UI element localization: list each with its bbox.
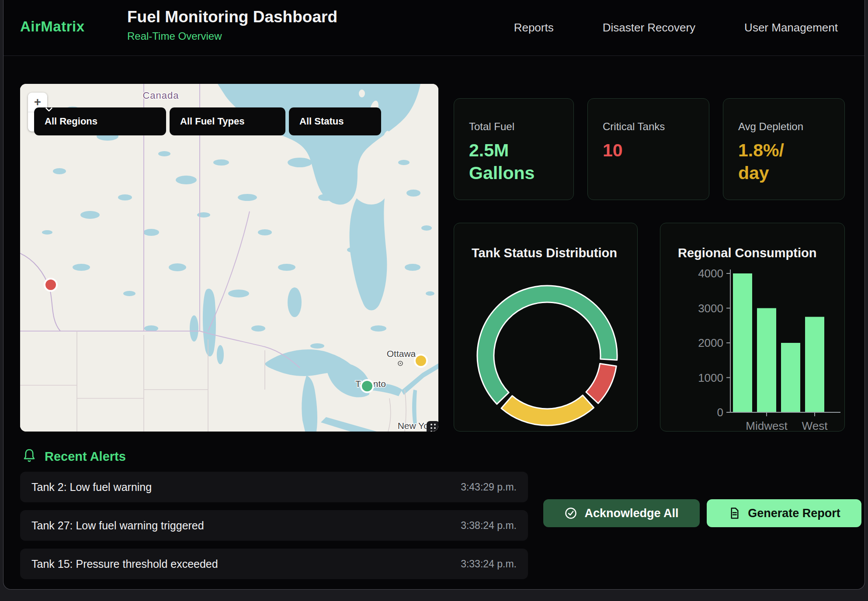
document-icon <box>728 507 741 520</box>
main-nav: Reports Disaster Recovery User Managemen… <box>514 0 838 55</box>
bar-2 <box>781 343 800 412</box>
y-tick-label: 0 <box>717 406 723 419</box>
donut-chart-title: Tank Status Distribution <box>472 246 617 260</box>
nav-user-management[interactable]: User Management <box>744 21 838 35</box>
recent-alerts-title: Recent Alerts <box>45 449 126 464</box>
alert-row: Tank 15: Pressure threshold exceeded 3:3… <box>20 549 528 579</box>
stat-label: Critical Tanks <box>603 121 696 133</box>
map-attribution-toggle[interactable] <box>427 421 438 432</box>
tank-map[interactable]: Canada Ottawa Toronto New York + − All R… <box>20 84 438 432</box>
bar-3 <box>805 317 824 412</box>
stat-value-line2: Gallons <box>469 162 560 184</box>
page-title-block: Fuel Monitoring Dashboard Real-Time Over… <box>127 8 337 42</box>
region-filter-dropdown[interactable]: All Regions <box>34 107 166 135</box>
alert-message: Tank 2: Low fuel warning <box>31 481 152 494</box>
stat-value-line1: 1.8%/ <box>738 139 831 162</box>
status-filter-label: All Status <box>299 116 344 127</box>
stat-card-critical-tanks: Critical Tanks 10 <box>587 98 709 200</box>
stat-label: Avg Depletion <box>738 121 831 133</box>
x-tick-label: Midwest <box>746 419 788 432</box>
check-circle-icon <box>564 507 577 520</box>
tank-status-card: Tank Status Distribution <box>454 223 638 432</box>
page-title: Fuel Monitoring Dashboard <box>127 8 337 26</box>
fuel-type-filter-label: All Fuel Types <box>180 116 245 127</box>
stat-value: 10 <box>603 139 696 162</box>
alert-time: 3:43:29 p.m. <box>461 481 517 493</box>
recent-alerts-header: Recent Alerts <box>22 448 126 465</box>
nav-reports[interactable]: Reports <box>514 21 554 35</box>
y-tick-label: 3000 <box>698 302 723 315</box>
bar-0 <box>733 273 752 412</box>
map-filters: All Regions All Fuel Types All Status <box>34 107 381 135</box>
region-filter-label: All Regions <box>45 116 97 127</box>
map-marker-normal[interactable] <box>361 380 373 392</box>
stat-value-line2: day <box>738 162 831 184</box>
map-label-ottawa: Ottawa <box>387 349 416 359</box>
generate-report-label: Generate Report <box>748 507 840 520</box>
dashboard-frame: AirMatrix Fuel Monitoring Dashboard Real… <box>3 0 865 590</box>
stat-card-total-fuel: Total Fuel 2.5M Gallons <box>454 98 574 200</box>
alert-row: Tank 27: Low fuel warning triggered 3:38… <box>20 510 528 541</box>
alert-time: 3:38:24 p.m. <box>461 520 517 532</box>
brand-logo: AirMatrix <box>20 18 85 35</box>
alert-message: Tank 27: Low fuel warning triggered <box>31 519 204 532</box>
alert-time: 3:33:24 p.m. <box>461 558 517 570</box>
generate-report-button[interactable]: Generate Report <box>707 499 861 527</box>
alert-row: Tank 2: Low fuel warning 3:43:29 p.m. <box>20 472 528 502</box>
y-tick-label: 4000 <box>698 267 723 280</box>
y-tick-label: 1000 <box>698 371 723 384</box>
regional-consumption-card: 01000200030004000MidwestWest Regional Co… <box>660 223 845 432</box>
acknowledge-all-button[interactable]: Acknowledge All <box>543 499 700 527</box>
page-subtitle: Real-Time Overview <box>127 30 337 42</box>
stat-card-avg-depletion: Avg Depletion 1.8%/ day <box>723 98 845 200</box>
fuel-type-filter-dropdown[interactable]: All Fuel Types <box>170 107 285 135</box>
stat-label: Total Fuel <box>469 121 560 133</box>
map-label-country: Canada <box>142 90 179 101</box>
bell-icon <box>22 448 37 465</box>
map-marker-critical[interactable] <box>45 279 57 291</box>
donut-segment-warning <box>501 395 594 425</box>
stat-value: 1.8%/ day <box>738 139 831 185</box>
donut-segment-critical <box>586 364 616 404</box>
acknowledge-all-label: Acknowledge All <box>584 507 678 520</box>
y-tick-label: 2000 <box>698 336 723 349</box>
bar-1 <box>757 308 776 413</box>
map-canvas: Canada Ottawa Toronto New York <box>20 84 438 432</box>
nav-disaster-recovery[interactable]: Disaster Recovery <box>603 21 695 35</box>
stat-value-line1: 2.5M <box>469 139 560 162</box>
stat-value-line1: 10 <box>603 139 696 162</box>
status-filter-dropdown[interactable]: All Status <box>289 107 381 135</box>
app-header: AirMatrix Fuel Monitoring Dashboard Real… <box>3 0 865 56</box>
chevron-down-icon <box>45 107 52 111</box>
stat-value: 2.5M Gallons <box>469 139 560 185</box>
bar-chart-title: Regional Consumption <box>678 246 816 260</box>
map-marker-warning[interactable] <box>415 355 427 367</box>
x-tick-label: West <box>802 419 828 432</box>
alert-message: Tank 15: Pressure threshold exceeded <box>31 558 218 570</box>
